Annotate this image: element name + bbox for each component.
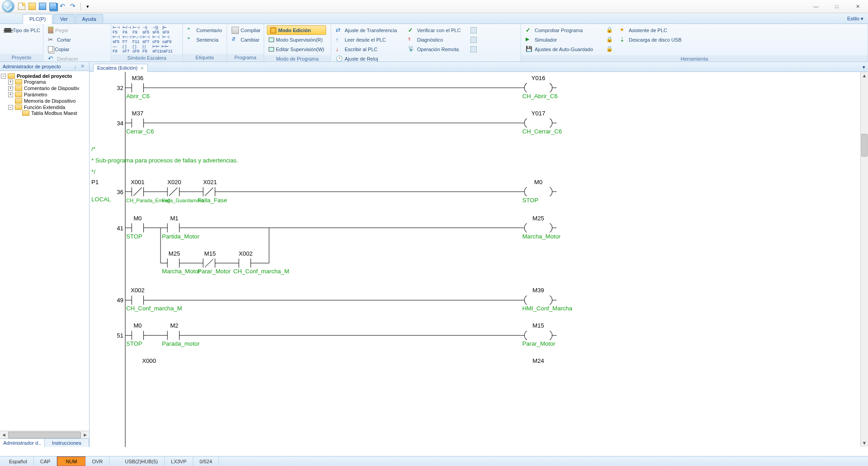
editor-tabs: Escalera (Edición)✕ ▾ bbox=[90, 62, 868, 72]
ladder-symbol[interactable]: — F8 bbox=[112, 44, 122, 53]
project-tree[interactable]: −Propiedad del proyecto +Programa +Comen… bbox=[0, 71, 89, 431]
qat-new[interactable] bbox=[17, 2, 26, 11]
ladder-symbol[interactable]: ⊢⊣ F5 bbox=[112, 25, 122, 34]
ladder-symbol[interactable]: ⊣| sF5 bbox=[142, 25, 152, 34]
transfer-settings-button[interactable]: Ajuste de Transferencia bbox=[334, 25, 402, 35]
scroll-thumb[interactable] bbox=[861, 134, 868, 157]
expander-icon[interactable]: − bbox=[8, 105, 13, 110]
simulator-button[interactable]: Simulador bbox=[524, 35, 600, 44]
ladder-symbol[interactable]: { } cF8 bbox=[132, 44, 142, 53]
panel-tab-admin[interactable]: Administrador d.. bbox=[0, 439, 45, 447]
panel-tab-instr[interactable]: Instrucciones bbox=[45, 439, 90, 447]
read-plc-button[interactable]: Leer desde el PLC bbox=[334, 35, 402, 44]
tree-parametro[interactable]: Parámetro bbox=[23, 92, 47, 97]
qat-undo[interactable] bbox=[59, 2, 68, 11]
ladder-symbol[interactable]: ⊢⊢ caF11 bbox=[162, 44, 172, 53]
ladder-symbol-grid[interactable]: ⊢⊣ F5⊢/⊣ F6⊢⊣ F9⊣| sF5⊣|| sF6|⊢ sF9⊢⊣ sF… bbox=[112, 25, 172, 53]
check-program-button[interactable]: Comprobar Programa bbox=[524, 25, 600, 35]
tree-comentario[interactable]: Comentario de Dispositiv bbox=[23, 86, 79, 91]
panel-hscrollbar[interactable]: ◄► bbox=[0, 431, 89, 438]
statement-button[interactable]: Sentencia bbox=[185, 35, 224, 44]
tab-ayuda[interactable]: Ayuda bbox=[76, 14, 103, 24]
qat-customize[interactable]: ▾ bbox=[83, 2, 92, 11]
qat-redo[interactable] bbox=[69, 2, 78, 11]
compile-button[interactable]: Compilar bbox=[230, 25, 262, 35]
tool-lock-2[interactable] bbox=[604, 35, 613, 44]
ladder-symbol[interactable]: | | F9 bbox=[142, 44, 152, 53]
online-small-1[interactable] bbox=[469, 25, 478, 35]
ladder-symbol[interactable]: ( ) cF7 bbox=[122, 44, 132, 53]
group-programa: Programa bbox=[227, 54, 264, 62]
monitor-w-button[interactable]: Editar Supervisión(W) bbox=[267, 44, 326, 54]
write-plc-button[interactable]: Escribir al PLC bbox=[334, 44, 402, 54]
usb-download-button[interactable]: Descarga de disco USB bbox=[618, 35, 683, 44]
minimize-button[interactable]: — bbox=[806, 0, 826, 13]
svg-text:X002: X002 bbox=[131, 287, 145, 294]
ladder-symbol[interactable]: ⊢/⊣ F6 bbox=[122, 25, 132, 34]
qat-save[interactable] bbox=[38, 2, 47, 11]
copy-button[interactable]: Copiar bbox=[46, 44, 73, 54]
pin-icon[interactable]: ⟂ bbox=[72, 64, 79, 69]
svg-text:P1: P1 bbox=[91, 179, 99, 185]
svg-text:*  Sub-programa para procesos : * Sub-programa para procesos de fallas y… bbox=[91, 157, 238, 164]
app-logo[interactable] bbox=[2, 0, 14, 13]
ladder-canvas[interactable]: 32 M36 Abrir_C6 Y016 CH_Abrir_C6 34 M37 bbox=[90, 72, 868, 447]
online-small-3[interactable] bbox=[469, 44, 478, 54]
svg-text:Y017: Y017 bbox=[531, 110, 545, 117]
svg-line-45 bbox=[205, 188, 213, 196]
tree-programa[interactable]: Programa bbox=[23, 79, 46, 85]
tab-ver[interactable]: Ver bbox=[53, 14, 75, 24]
remote-op-button[interactable]: Operación Remota bbox=[406, 44, 464, 54]
expander-icon[interactable]: + bbox=[8, 80, 13, 85]
plc-wizard-button[interactable]: Asistente de PLC bbox=[618, 25, 683, 35]
tree-root[interactable]: Propiedad del proyecto bbox=[16, 73, 72, 79]
cut-button[interactable]: Cortar bbox=[46, 35, 73, 44]
ladder-symbol[interactable]: ⊢⊣ cF9 bbox=[152, 34, 162, 44]
switch-button[interactable]: Cambiar bbox=[230, 35, 262, 44]
expander-icon[interactable]: − bbox=[1, 74, 6, 79]
tool-lock-3[interactable] bbox=[604, 44, 613, 54]
ladder-symbol[interactable]: ⊢⊢ sF11 bbox=[152, 44, 162, 53]
svg-text:Marcha_Motor: Marcha_Motor bbox=[162, 268, 200, 275]
maximize-button[interactable]: □ bbox=[826, 0, 847, 13]
ladder-symbol[interactable]: ⊢⊣ sF7 bbox=[142, 34, 152, 44]
verify-plc-button[interactable]: Verificar con el PLC bbox=[406, 25, 464, 35]
expander-icon[interactable]: + bbox=[8, 92, 13, 97]
tree-memoria[interactable]: Memoria de Dispositivo bbox=[23, 98, 76, 104]
editor-tab-ladder[interactable]: Escalera (Edición)✕ bbox=[93, 64, 148, 72]
tab-close-icon[interactable]: ✕ bbox=[140, 66, 144, 71]
online-small-2[interactable] bbox=[469, 35, 478, 44]
qat-open[interactable] bbox=[28, 2, 37, 11]
ladder-symbol[interactable]: |⊢ sF9 bbox=[162, 25, 172, 34]
svg-text:49: 49 bbox=[117, 297, 123, 304]
plc-type-button[interactable]: Tipo de PLC bbox=[3, 25, 42, 35]
ladder-symbol[interactable]: ⊢⊣ caF9 bbox=[162, 34, 172, 44]
status-model: LX3VP bbox=[165, 456, 193, 466]
editor-vscrollbar[interactable]: ▲▼ bbox=[860, 72, 868, 447]
qat-saveall[interactable] bbox=[48, 2, 57, 11]
ladder-symbol[interactable]: ⊢⊣ sF5 bbox=[112, 34, 122, 44]
close-button[interactable]: ✕ bbox=[847, 0, 868, 13]
ladder-symbol[interactable]: ⊢↑⊣ F7 bbox=[122, 34, 132, 44]
svg-text:Cerrar_C6: Cerrar_C6 bbox=[126, 128, 154, 135]
monitor-r-button[interactable]: Modo Supervisión(R) bbox=[267, 35, 326, 44]
comment-button[interactable]: Comentario bbox=[185, 25, 224, 35]
paste-button[interactable]: Pegar bbox=[46, 25, 73, 35]
edit-mode-button[interactable]: Modo Edición bbox=[267, 25, 326, 35]
tab-plc[interactable]: PLC(P) bbox=[23, 14, 52, 24]
tree-modbus[interactable]: Tabla Modbus Maest bbox=[30, 110, 77, 116]
ladder-symbol[interactable]: ⊢↓⊣ F11 bbox=[132, 34, 142, 44]
tool-lock-1[interactable] bbox=[604, 25, 613, 35]
editor-tabs-dropdown[interactable]: ▾ bbox=[860, 63, 868, 71]
tree-funcion[interactable]: Función Extendida bbox=[23, 105, 65, 110]
style-dropdown[interactable]: Estilo ▾ bbox=[843, 14, 868, 24]
svg-text:Y016: Y016 bbox=[531, 75, 545, 81]
ladder-symbol[interactable]: ⊢⊣ F9 bbox=[132, 25, 142, 34]
svg-text:M25: M25 bbox=[168, 250, 180, 257]
diagnostic-button[interactable]: Diagnóstico bbox=[406, 35, 464, 44]
editor-area: Escalera (Edición)✕ ▾ 32 M36 Abrir_C6 Y0… bbox=[90, 62, 868, 447]
ladder-symbol[interactable]: ⊣|| sF6 bbox=[152, 25, 162, 34]
panel-close-icon[interactable]: ✕ bbox=[79, 63, 86, 69]
expander-icon[interactable]: + bbox=[8, 86, 13, 91]
autosave-button[interactable]: Ajustes de Auto-Guardado bbox=[524, 44, 600, 54]
